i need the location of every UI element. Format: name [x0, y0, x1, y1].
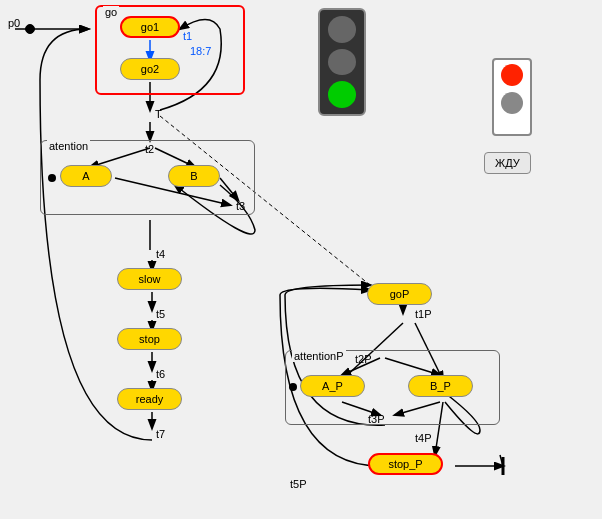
- t3P-label: t3P: [368, 413, 385, 425]
- traffic-light-red: [328, 16, 356, 43]
- slow-node: slow: [117, 268, 182, 290]
- stop-node: stop: [117, 328, 182, 350]
- small-light-grey: [501, 92, 523, 114]
- go2-node: go2: [120, 58, 180, 80]
- svg-line-23: [500, 455, 503, 466]
- go1-node: go1: [120, 16, 180, 38]
- attention-container-label: atention: [47, 140, 90, 152]
- t1P-label: t1P: [415, 308, 432, 320]
- T-label: T: [155, 108, 162, 120]
- small-traffic-light: [492, 58, 532, 136]
- t1-value-label: 18:7: [190, 45, 211, 57]
- zhu-button[interactable]: ЖДУ: [484, 152, 531, 174]
- main-traffic-light: [318, 8, 366, 116]
- goP-node: goP: [367, 283, 432, 305]
- t7-label: t7: [156, 428, 165, 440]
- small-light-red: [501, 64, 523, 86]
- ready-node: ready: [117, 388, 182, 410]
- go-container-label: go: [103, 6, 119, 18]
- traffic-light-yellow: [328, 49, 356, 76]
- traffic-light-green: [328, 81, 356, 108]
- A-node: A: [60, 165, 112, 187]
- t5P-label: t5P: [290, 478, 307, 490]
- t4-label: t4: [156, 248, 165, 260]
- attentionP-token: [289, 383, 297, 391]
- stopP-node: stop_P: [368, 453, 443, 475]
- BP-node: B_P: [408, 375, 473, 397]
- attention-token: [48, 174, 56, 182]
- B-node: B: [168, 165, 220, 187]
- t1-label: t1: [183, 30, 192, 42]
- t6-label: t6: [156, 368, 165, 380]
- initial-place: [25, 24, 35, 34]
- t2P-label: t2P: [355, 353, 372, 365]
- attentionP-container-label: attentionP: [292, 350, 346, 362]
- t5-label: t5: [156, 308, 165, 320]
- t2-label: t2: [145, 143, 154, 155]
- t3-label: t3: [236, 200, 245, 212]
- t4P-label: t4P: [415, 432, 432, 444]
- AP-node: A_P: [300, 375, 365, 397]
- p0-label: p0: [8, 17, 20, 29]
